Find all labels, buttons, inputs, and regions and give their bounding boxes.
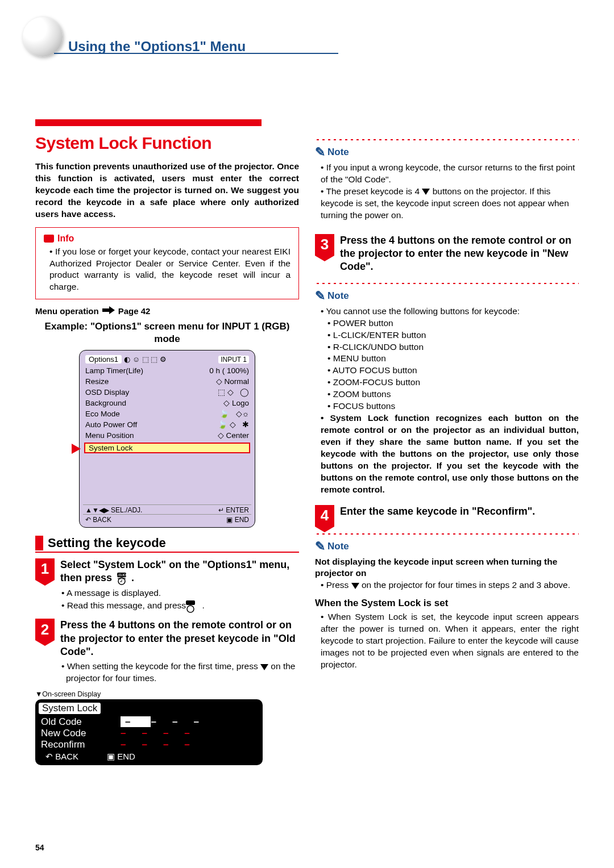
osd-header: Options1 ◐ ☺ ⬚ ⬚ ⚙ INPUT 1 [83, 354, 251, 365]
content-columns: System Lock Function This function preve… [35, 133, 579, 765]
osd-end: END [235, 516, 249, 524]
left-column: System Lock Function This function preve… [35, 133, 299, 765]
step-2: 2 Press the 4 buttons on the remote cont… [35, 619, 299, 685]
svg-point-7 [187, 606, 194, 612]
n1b2: • The preset keycode is 4 buttons on the… [315, 186, 579, 222]
osd-sel: SEL./ADJ. [111, 506, 142, 514]
n2-btn-1: • L-CLICK/ENTER button [315, 329, 579, 341]
kce: END [117, 752, 135, 761]
n2-btn-6: • ZOOM buttons [315, 389, 579, 400]
n3-h1: Not displaying the keycode input screen … [315, 556, 579, 580]
osd-row-resize: Resize◇ Normal [85, 377, 249, 387]
n3-b1: • Press on the projector for four times … [315, 579, 579, 591]
info-label: Info [44, 233, 291, 244]
osd-r4-l: Auto Power Off [85, 420, 218, 431]
n2-btn-0: • POWER button [315, 318, 579, 329]
osd-title: Options1 [85, 355, 122, 364]
n1b2a: The preset keycode is 4 [326, 186, 422, 196]
osd-r1-v: ⬚ ◇ ◯ [218, 387, 249, 398]
s2b1a: When setting the keycode for the first t… [67, 661, 260, 671]
osd-r2-v: ◇ Logo [223, 398, 249, 409]
osd-footer: ▲▼◀▶ SEL./ADJ. ↵ ENTER [83, 504, 251, 514]
note-1-body: • If you input a wrong keycode, the curs… [315, 162, 579, 222]
keycode-panel: System Lock Old Code –––– New Code –––– … [35, 699, 263, 765]
arrow-icon [102, 306, 115, 316]
section-underline [35, 552, 299, 553]
info-text: • If you lose or forget your keycode, co… [44, 246, 291, 294]
note-3-label: ✎Note [315, 539, 579, 554]
n2-btn-7: • FOCUS buttons [315, 400, 579, 412]
info-label-text: Info [57, 233, 74, 244]
note-icon-2: ✎ [315, 289, 325, 303]
n2-intro: • You cannot use the following buttons f… [315, 306, 579, 318]
n2b7: FOCUS buttons [333, 401, 395, 411]
page-header: Using the "Options1" Menu [68, 39, 246, 55]
kc-title: System Lock [39, 703, 101, 714]
step-2-b1: • When setting the keycode for the first… [60, 661, 299, 685]
kc-row-old: Old Code –––– [39, 716, 259, 728]
osd-row-osd: OSD Display⬚ ◇ ◯ [85, 387, 249, 398]
n2it: You cannot use the following buttons for… [326, 306, 520, 316]
info-box: Info • If you lose or forget your keycod… [35, 227, 299, 300]
n2-bold: • System Lock function recognizes each b… [315, 412, 579, 495]
step-1-b1: • A message is displayed. [60, 587, 299, 599]
kc-rec-label: Reconfirm [41, 739, 109, 750]
right-column: ✎Note • If you input a wrong keycode, th… [315, 133, 579, 765]
osd-r3-v: 🍃 ◇☼ [219, 409, 249, 420]
osd-hl-text: System Lock [89, 444, 132, 452]
n2-btn-2: • R-CLICK/UNDO button [315, 341, 579, 353]
down-triangle-icon-3 [351, 583, 359, 589]
step-2-title: Press the 4 buttons on the remote contro… [60, 619, 299, 658]
n3-b2: • When System Lock is set, the keycode i… [315, 611, 579, 671]
step-4-body: Enter the same keycode in "Reconfirm". [340, 505, 579, 527]
kc-old-first: – [121, 716, 151, 727]
note-icon-3: ✎ [315, 539, 325, 554]
osd-row-bg: Background◇ Logo [85, 398, 249, 409]
n1l: Note [327, 147, 349, 158]
step-3: 3 Press the 4 buttons on the remote cont… [315, 234, 579, 276]
step-4: 4 Enter the same keycode in "Reconfirm". [315, 505, 579, 527]
step-1-b2: • Read this message, and press . [60, 599, 299, 613]
osd-footer-2: ↶ BACK ▣ END [83, 514, 251, 524]
kc-old-slots: –––– [121, 716, 257, 728]
osd-row-eco: Eco Mode🍃 ◇☼ [85, 409, 249, 420]
enter-icon: L-CLICKENTER [115, 571, 128, 585]
menu-op-label: Menu operation [35, 306, 99, 316]
onscreen-display-label: ▼On-screen Display [35, 690, 299, 698]
osd-ent: ENTER [226, 506, 249, 514]
dotted-separator-1 [315, 138, 579, 141]
logo-sphere [23, 17, 63, 57]
kc-rec-slots: –––– [121, 739, 257, 750]
osd-r2-l: Background [85, 398, 223, 409]
n2l: Note [327, 290, 349, 302]
n3b1a: Press [326, 580, 351, 590]
n2-btn-4: • AUTO FOCUS button [315, 365, 579, 377]
down-triangle-icon [260, 664, 268, 670]
kc-footer: ↶ BACK ▣ END [39, 750, 259, 763]
svg-rect-6 [186, 600, 195, 605]
osd-lamp-label: Lamp Timer(Life) [85, 366, 209, 377]
down-triangle-icon-2 [422, 189, 430, 195]
s1t: Select "System Lock" on the "Options1" m… [60, 559, 289, 583]
step-1-number: 1 [35, 558, 55, 580]
dotted-separator-2 [315, 282, 579, 285]
n1b1: • If you input a wrong keycode, the curs… [315, 162, 579, 186]
osd-back: BACK [93, 516, 111, 524]
enter-icon-2 [188, 599, 202, 613]
step-1-body: Select "System Lock" on the "Options1" m… [60, 558, 299, 614]
osd-tab-icons: ◐ ☺ ⬚ ⬚ ⚙ [124, 355, 216, 364]
section-title-text: Setting the keycode [48, 536, 299, 550]
n3l: Note [327, 541, 349, 552]
step-3-body: Press the 4 buttons on the remote contro… [340, 234, 579, 276]
n2b2: R-CLICK/UNDO button [333, 342, 424, 352]
osd-lamp-val: 0 h ( 100%) [209, 366, 249, 377]
step-1: 1 Select "System Lock" on the "Options1"… [35, 558, 299, 614]
kcb: BACK [55, 752, 78, 761]
osd-r0-v: ◇ Normal [216, 377, 249, 387]
note-3-body: Not displaying the keycode input screen … [315, 556, 579, 671]
osd-foot-sel: ▲▼◀▶ SEL./ADJ. [85, 506, 142, 514]
osd-r1-l: OSD Display [85, 387, 218, 398]
osd-r0-l: Resize [85, 377, 216, 387]
n3-h2: When the System Lock is set [315, 597, 579, 610]
kc-new-slots: –––– [121, 728, 257, 739]
